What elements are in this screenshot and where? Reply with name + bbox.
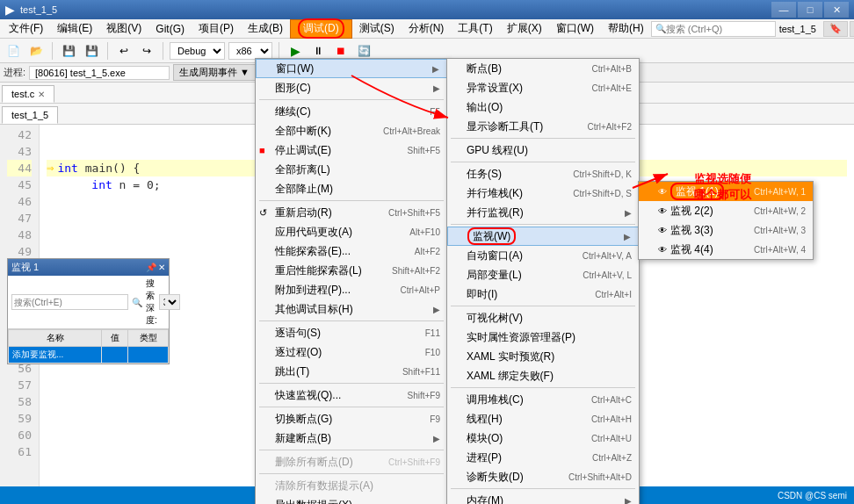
menu-edit[interactable]: 编辑(E) — [50, 19, 99, 39]
search-btn[interactable]: 🔍 — [132, 298, 142, 307]
watch-table: 名称 值 类型 添加要监视... — [8, 329, 169, 364]
watch-row-add[interactable]: 添加要监视... — [9, 347, 169, 364]
minimize-button[interactable]: — — [771, 2, 796, 18]
code-line-46 — [47, 193, 847, 210]
separator-2 — [107, 42, 108, 60]
code-line-59 — [47, 410, 847, 427]
toolbar-minimize[interactable]: 🔖 — [823, 21, 848, 37]
search-icon: 🔍 — [655, 24, 666, 33]
restart-btn[interactable]: 🔄 — [354, 41, 373, 61]
app-title-label: test_1_5 — [779, 24, 816, 34]
col-value: 值 — [102, 330, 128, 347]
col-type: 类型 — [128, 330, 169, 347]
watch-depth: 搜索深度: 3 — [146, 277, 180, 327]
solution-label: test_1_5 — [11, 110, 48, 120]
tab-testc[interactable]: test.c ✕ — [2, 85, 54, 103]
tab-close-icon[interactable]: ✕ — [38, 90, 45, 99]
col-name: 名称 — [9, 330, 102, 347]
watch-cell-type — [128, 347, 169, 364]
menu-debug[interactable]: 调试(D) — [290, 19, 352, 39]
solution-tab: test_1_5 — [0, 104, 854, 125]
separator-3 — [163, 42, 163, 60]
watch-title-bar: 监视 1 📌 ✕ — [8, 259, 169, 276]
debug-arrow-icon: ⇒ — [47, 160, 54, 176]
watch-pin-btn[interactable]: 📌 — [146, 263, 156, 272]
status-text: CSDN @CS semi — [778, 491, 847, 500]
toolbar: 📄 📂 💾 💾 ↩ ↪ Debug x86 ▶ ⏸ ⏹ 🔄 — [0, 39, 854, 63]
title-bar: ▶ test_1_5 — □ ✕ — [0, 0, 854, 19]
watch-panel: 监视 1 📌 ✕ 🔍 搜索深度: 3 名称 值 类型 — [7, 258, 170, 364]
separator-4 — [279, 42, 279, 60]
main-area: test.c ✕ test_1_5 42 43 44 45 46 47 48 4… — [0, 83, 854, 504]
menu-build[interactable]: 生成(B) — [241, 19, 290, 39]
app-icon: ▶ — [5, 3, 15, 17]
code-line-61 — [47, 443, 847, 460]
code-line-60 — [47, 427, 847, 443]
code-line-44: ⇒ int main() { — [47, 160, 847, 176]
code-line-47 — [47, 210, 847, 227]
save-all-btn[interactable]: 💾 — [82, 41, 101, 61]
watch-close-btn[interactable]: ✕ — [158, 263, 165, 272]
new-file-btn[interactable]: 📄 — [4, 41, 23, 61]
debug-mode-select[interactable]: Debug — [170, 42, 225, 60]
window-title: test_1_5 — [20, 4, 771, 15]
watch-search-input[interactable] — [11, 294, 128, 310]
window-controls: — □ ✕ — [771, 2, 849, 18]
watch-cell-name: 添加要监视... — [9, 347, 102, 364]
solution-tab-item[interactable]: test_1_5 — [2, 106, 58, 124]
watch-controls: 🔍 搜索深度: 3 — [8, 276, 169, 329]
process-value: [80616] test_1_5.exe — [29, 66, 170, 80]
menu-project[interactable]: 项目(P) — [192, 19, 241, 39]
toolbar-pin[interactable]: 📌 — [850, 21, 854, 37]
menu-window[interactable]: 窗口(W) — [549, 19, 601, 39]
code-line-45: int n = 0; — [47, 176, 847, 193]
menu-test[interactable]: 测试(S) — [352, 19, 402, 39]
save-btn[interactable]: 💾 — [59, 41, 78, 61]
code-line-48 — [47, 227, 847, 243]
redo-btn[interactable]: ↪ — [137, 41, 156, 61]
depth-select[interactable]: 3 — [159, 294, 180, 310]
open-btn[interactable]: 📂 — [26, 41, 46, 61]
menu-analyze[interactable]: 分析(N) — [402, 19, 452, 39]
attach-btn[interactable]: ⏸ — [308, 41, 328, 61]
menu-bar: 文件(F) 编辑(E) 视图(V) Git(G) 项目(P) 生成(B) 调试(… — [0, 19, 854, 39]
undo-btn[interactable]: ↩ — [114, 41, 134, 61]
menu-view[interactable]: 视图(V) — [99, 19, 148, 39]
code-line-57 — [47, 377, 847, 393]
code-line-42 — [47, 126, 847, 143]
menu-tools[interactable]: 工具(T) — [451, 19, 499, 39]
lifecycle-event-btn[interactable]: 生成周期事件 ▼ — [173, 64, 256, 81]
stop-btn[interactable]: ⏹ — [331, 41, 351, 61]
process-label: 进程: — [4, 66, 25, 79]
code-line-43 — [47, 143, 847, 160]
watch-title: 监视 1 — [11, 261, 39, 274]
menu-git[interactable]: Git(G) — [148, 19, 192, 39]
menu-file[interactable]: 文件(F) — [2, 19, 50, 39]
search-input[interactable] — [666, 24, 771, 34]
start-debug-btn[interactable]: ▶ — [286, 41, 305, 61]
code-line-58 — [47, 393, 847, 410]
tab-bar: test.c ✕ — [0, 83, 854, 104]
close-button[interactable]: ✕ — [824, 2, 849, 18]
process-bar: 进程: [80616] test_1_5.exe 生成周期事件 ▼ — [0, 63, 854, 83]
watch-cell-value — [102, 347, 128, 364]
maximize-button[interactable]: □ — [798, 2, 822, 18]
menu-extensions[interactable]: 扩展(X) — [500, 19, 549, 39]
menu-help[interactable]: 帮助(H) — [601, 19, 651, 39]
separator-1 — [52, 42, 53, 60]
status-bar: CSDN @CS semi — [0, 486, 854, 504]
depth-label: 搜索深度: — [146, 277, 157, 327]
tab-label: test.c — [11, 89, 34, 99]
platform-select[interactable]: x86 — [228, 42, 272, 60]
